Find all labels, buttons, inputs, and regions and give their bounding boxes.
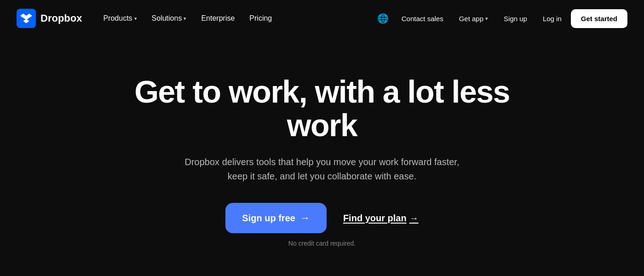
get-started-button[interactable]: Get started xyxy=(571,9,627,28)
logo-link[interactable]: Dropbox xyxy=(17,9,82,28)
hero-subtitle: Dropbox delivers tools that help you mov… xyxy=(179,155,465,184)
nav-log-in[interactable]: Log in xyxy=(536,11,568,26)
svg-marker-1 xyxy=(20,19,29,23)
chevron-down-icon: ▾ xyxy=(184,16,186,22)
svg-marker-0 xyxy=(20,14,32,20)
main-nav: Dropbox Products ▾ Solutions ▾ Enterpris… xyxy=(0,0,644,37)
nav-contact-sales[interactable]: Contact sales xyxy=(395,11,450,26)
arrow-icon: → xyxy=(300,212,310,224)
nav-pricing[interactable]: Pricing xyxy=(243,11,278,26)
hero-title: Get to work, with a lot less work xyxy=(115,75,529,143)
nav-left: Dropbox Products ▾ Solutions ▾ Enterpris… xyxy=(17,9,278,28)
dropbox-logo-svg xyxy=(20,12,32,24)
nav-products[interactable]: Products ▾ xyxy=(97,11,143,26)
no-credit-card-notice: No credit card required. xyxy=(288,240,356,247)
cta-row: Sign up free → Find your plan → xyxy=(225,203,418,233)
nav-get-app[interactable]: Get app ▾ xyxy=(453,11,494,26)
nav-links: Products ▾ Solutions ▾ Enterprise Pricin… xyxy=(97,11,278,26)
arrow-icon: → xyxy=(409,213,419,224)
logo-icon xyxy=(17,9,36,28)
globe-icon[interactable]: 🌐 xyxy=(374,9,392,28)
find-plan-link[interactable]: Find your plan → xyxy=(343,213,419,224)
nav-sign-up[interactable]: Sign up xyxy=(497,11,534,26)
signup-free-button[interactable]: Sign up free → xyxy=(225,203,327,233)
hero-section: Get to work, with a lot less work Dropbo… xyxy=(0,37,644,276)
nav-right: 🌐 Contact sales Get app ▾ Sign up Log in… xyxy=(374,9,627,28)
nav-enterprise[interactable]: Enterprise xyxy=(195,11,241,26)
nav-solutions[interactable]: Solutions ▾ xyxy=(145,11,193,26)
brand-name: Dropbox xyxy=(40,12,82,24)
chevron-down-icon: ▾ xyxy=(134,16,137,22)
chevron-down-icon: ▾ xyxy=(485,16,488,22)
